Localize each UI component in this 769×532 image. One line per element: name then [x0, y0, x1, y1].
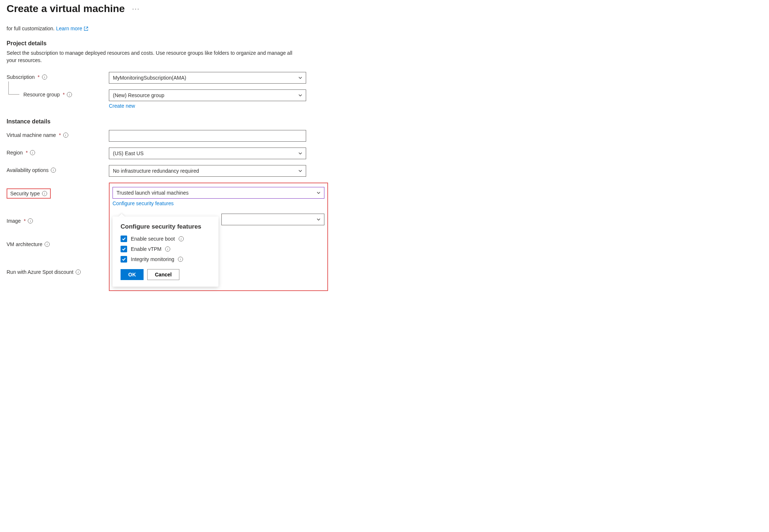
info-icon[interactable]: i: [76, 269, 81, 275]
cancel-button[interactable]: Cancel: [147, 269, 179, 280]
external-link-icon: [84, 26, 88, 31]
subscription-select[interactable]: MyMonitoringSubscription(AMA): [109, 72, 306, 84]
integrity-checkbox[interactable]: [121, 256, 127, 263]
more-actions-icon[interactable]: ···: [132, 5, 140, 13]
required-indicator: *: [59, 132, 61, 138]
secure-boot-checkbox[interactable]: [121, 236, 127, 242]
region-select[interactable]: (US) East US: [109, 148, 306, 159]
hierarchy-line: [8, 81, 19, 95]
region-label: Region: [7, 150, 23, 156]
info-icon[interactable]: i: [63, 133, 68, 138]
intro-text: for full customization.: [7, 26, 56, 31]
security-type-label: Security type: [10, 191, 40, 196]
vm-name-label: Virtual machine name: [7, 132, 56, 138]
availability-select[interactable]: No infrastructure redundancy required: [109, 165, 306, 177]
info-icon[interactable]: i: [67, 92, 72, 97]
instance-details-heading: Instance details: [7, 118, 762, 125]
create-new-link[interactable]: Create new: [109, 103, 135, 109]
learn-more-link[interactable]: Learn more: [56, 26, 88, 31]
info-icon[interactable]: i: [179, 236, 184, 241]
info-icon[interactable]: i: [42, 191, 47, 196]
info-icon[interactable]: i: [42, 74, 47, 80]
spot-discount-label: Run with Azure Spot discount: [7, 269, 73, 275]
page-title: Create a virtual machine: [7, 3, 125, 15]
project-details-desc: Select the subscription to manage deploy…: [7, 50, 299, 64]
security-highlight-box: Trusted launch virtual machines Configur…: [109, 183, 328, 291]
required-indicator: *: [38, 74, 39, 80]
subscription-label: Subscription: [7, 74, 35, 80]
info-icon[interactable]: i: [165, 246, 170, 252]
required-indicator: *: [63, 92, 65, 97]
security-type-select[interactable]: Trusted launch virtual machines: [113, 187, 324, 199]
availability-label: Availability options: [7, 167, 49, 173]
image-label: Image: [7, 218, 21, 224]
resource-group-label: Resource group: [23, 92, 60, 97]
vm-name-input[interactable]: [109, 130, 306, 142]
info-icon[interactable]: i: [30, 150, 35, 155]
configure-security-link[interactable]: Configure security features: [113, 200, 174, 206]
info-icon[interactable]: i: [178, 257, 183, 262]
required-indicator: *: [26, 150, 27, 156]
vtpm-label: Enable vTPM: [131, 246, 161, 252]
image-select[interactable]: [221, 214, 324, 225]
security-type-label-highlight: Security type i: [7, 188, 51, 199]
ok-button[interactable]: OK: [121, 269, 144, 280]
vtpm-checkbox[interactable]: [121, 246, 127, 252]
resource-group-select[interactable]: (New) Resource group: [109, 89, 306, 101]
integrity-label: Integrity monitoring: [131, 256, 174, 262]
vm-architecture-label: VM architecture: [7, 241, 42, 247]
popover-title: Configure security features: [121, 223, 210, 230]
project-details-heading: Project details: [7, 40, 762, 47]
secure-boot-label: Enable secure boot: [131, 236, 175, 242]
security-features-popover: Configure security features Enable secur…: [113, 217, 218, 287]
required-indicator: *: [24, 218, 26, 224]
info-icon[interactable]: i: [51, 168, 56, 173]
